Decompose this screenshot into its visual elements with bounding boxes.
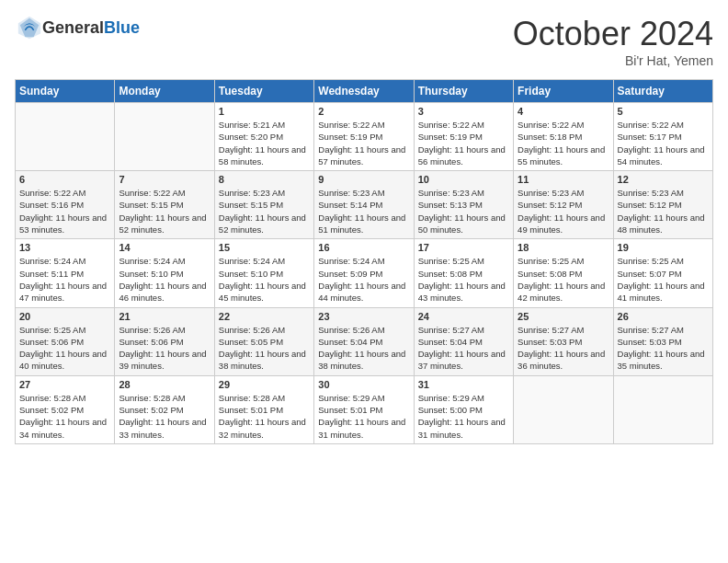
day-number: 24: [418, 311, 509, 322]
calendar-cell: 31Sunrise: 5:29 AMSunset: 5:00 PMDayligh…: [414, 375, 513, 443]
day-number: 19: [618, 242, 709, 253]
day-detail: Sunrise: 5:23 AMSunset: 5:14 PMDaylight:…: [318, 187, 409, 236]
day-detail: Sunrise: 5:24 AMSunset: 5:09 PMDaylight:…: [318, 255, 409, 304]
day-detail: Sunrise: 5:22 AMSunset: 5:17 PMDaylight:…: [618, 119, 709, 167]
day-detail: Sunrise: 5:27 AMSunset: 5:03 PMDaylight:…: [618, 324, 709, 373]
calendar-cell: [115, 103, 214, 171]
calendar-cell: 17Sunrise: 5:25 AMSunset: 5:08 PMDayligh…: [414, 239, 513, 307]
day-detail: Sunrise: 5:26 AMSunset: 5:05 PMDaylight:…: [219, 324, 310, 373]
day-detail: Sunrise: 5:27 AMSunset: 5:03 PMDaylight:…: [518, 324, 609, 373]
day-detail: Sunrise: 5:22 AMSunset: 5:16 PMDaylight:…: [19, 187, 110, 236]
day-number: 13: [19, 242, 110, 253]
calendar-week-row: 1Sunrise: 5:21 AMSunset: 5:20 PMDaylight…: [16, 103, 713, 171]
day-detail: Sunrise: 5:26 AMSunset: 5:04 PMDaylight:…: [318, 324, 409, 373]
day-of-week-header: Sunday: [16, 80, 115, 103]
day-detail: Sunrise: 5:23 AMSunset: 5:12 PMDaylight:…: [518, 187, 609, 236]
day-number: 7: [119, 174, 210, 185]
day-of-week-header: Tuesday: [214, 80, 313, 103]
day-number: 15: [219, 242, 310, 253]
calendar-cell: 27Sunrise: 5:28 AMSunset: 5:02 PMDayligh…: [16, 375, 115, 443]
day-of-week-header: Thursday: [414, 80, 513, 103]
calendar-cell: 7Sunrise: 5:22 AMSunset: 5:15 PMDaylight…: [115, 171, 214, 239]
day-of-week-header: Friday: [514, 80, 613, 103]
day-detail: Sunrise: 5:25 AMSunset: 5:08 PMDaylight:…: [418, 255, 509, 304]
calendar-cell: 24Sunrise: 5:27 AMSunset: 5:04 PMDayligh…: [414, 307, 513, 375]
calendar-cell: 30Sunrise: 5:29 AMSunset: 5:01 PMDayligh…: [314, 375, 414, 443]
calendar-cell: 29Sunrise: 5:28 AMSunset: 5:01 PMDayligh…: [214, 375, 313, 443]
calendar-cell: 15Sunrise: 5:24 AMSunset: 5:10 PMDayligh…: [214, 239, 313, 307]
month-title: October 2024: [513, 15, 713, 53]
calendar-cell: 3Sunrise: 5:22 AMSunset: 5:19 PMDaylight…: [414, 103, 513, 171]
day-number: 14: [119, 242, 210, 253]
day-number: 31: [418, 379, 509, 390]
day-detail: Sunrise: 5:28 AMSunset: 5:02 PMDaylight:…: [119, 392, 210, 441]
day-detail: Sunrise: 5:22 AMSunset: 5:19 PMDaylight:…: [418, 119, 509, 167]
day-number: 11: [518, 174, 609, 185]
calendar-cell: 26Sunrise: 5:27 AMSunset: 5:03 PMDayligh…: [613, 307, 712, 375]
calendar-week-row: 6Sunrise: 5:22 AMSunset: 5:16 PMDaylight…: [16, 171, 713, 239]
calendar-cell: [514, 375, 613, 443]
day-detail: Sunrise: 5:23 AMSunset: 5:15 PMDaylight:…: [219, 187, 310, 236]
calendar-cell: 23Sunrise: 5:26 AMSunset: 5:04 PMDayligh…: [314, 307, 414, 375]
day-number: 23: [318, 311, 409, 322]
day-detail: Sunrise: 5:23 AMSunset: 5:12 PMDaylight:…: [618, 187, 709, 236]
day-detail: Sunrise: 5:25 AMSunset: 5:07 PMDaylight:…: [618, 255, 709, 304]
calendar-cell: 14Sunrise: 5:24 AMSunset: 5:10 PMDayligh…: [115, 239, 214, 307]
calendar-cell: 12Sunrise: 5:23 AMSunset: 5:12 PMDayligh…: [613, 171, 712, 239]
page-header: GeneralBlue October 2024 Bi'r Hat, Yemen: [15, 15, 713, 68]
day-detail: Sunrise: 5:28 AMSunset: 5:01 PMDaylight:…: [219, 392, 310, 441]
day-number: 17: [418, 242, 509, 253]
calendar-cell: 5Sunrise: 5:22 AMSunset: 5:17 PMDaylight…: [613, 103, 712, 171]
day-number: 9: [318, 174, 409, 185]
calendar-cell: 1Sunrise: 5:21 AMSunset: 5:20 PMDaylight…: [214, 103, 313, 171]
day-number: 1: [219, 106, 310, 117]
calendar-cell: 19Sunrise: 5:25 AMSunset: 5:07 PMDayligh…: [613, 239, 712, 307]
day-number: 16: [318, 242, 409, 253]
day-number: 25: [518, 311, 609, 322]
day-detail: Sunrise: 5:26 AMSunset: 5:06 PMDaylight:…: [119, 324, 210, 373]
calendar-cell: 4Sunrise: 5:22 AMSunset: 5:18 PMDaylight…: [514, 103, 613, 171]
day-of-week-header: Wednesday: [314, 80, 414, 103]
day-number: 5: [618, 106, 709, 117]
calendar-week-row: 20Sunrise: 5:25 AMSunset: 5:06 PMDayligh…: [16, 307, 713, 375]
day-number: 4: [518, 106, 609, 117]
logo-general: General: [42, 18, 104, 37]
day-number: 26: [618, 311, 709, 322]
day-number: 3: [418, 106, 509, 117]
day-number: 27: [19, 379, 110, 390]
calendar-week-row: 27Sunrise: 5:28 AMSunset: 5:02 PMDayligh…: [16, 375, 713, 443]
calendar-cell: 28Sunrise: 5:28 AMSunset: 5:02 PMDayligh…: [115, 375, 214, 443]
day-number: 30: [318, 379, 409, 390]
day-number: 29: [219, 379, 310, 390]
location: Bi'r Hat, Yemen: [513, 53, 713, 68]
calendar-cell: 21Sunrise: 5:26 AMSunset: 5:06 PMDayligh…: [115, 307, 214, 375]
day-detail: Sunrise: 5:22 AMSunset: 5:15 PMDaylight:…: [119, 187, 210, 236]
day-detail: Sunrise: 5:24 AMSunset: 5:10 PMDaylight:…: [219, 255, 310, 304]
day-number: 6: [19, 174, 110, 185]
calendar-cell: 16Sunrise: 5:24 AMSunset: 5:09 PMDayligh…: [314, 239, 414, 307]
day-number: 10: [418, 174, 509, 185]
day-detail: Sunrise: 5:24 AMSunset: 5:10 PMDaylight:…: [119, 255, 210, 304]
calendar-cell: 22Sunrise: 5:26 AMSunset: 5:05 PMDayligh…: [214, 307, 313, 375]
title-block: October 2024 Bi'r Hat, Yemen: [513, 15, 713, 68]
calendar-cell: 6Sunrise: 5:22 AMSunset: 5:16 PMDaylight…: [16, 171, 115, 239]
day-of-week-header: Monday: [115, 80, 214, 103]
calendar-cell: 11Sunrise: 5:23 AMSunset: 5:12 PMDayligh…: [514, 171, 613, 239]
day-detail: Sunrise: 5:25 AMSunset: 5:06 PMDaylight:…: [19, 324, 110, 373]
day-detail: Sunrise: 5:29 AMSunset: 5:01 PMDaylight:…: [318, 392, 409, 441]
calendar-cell: 18Sunrise: 5:25 AMSunset: 5:08 PMDayligh…: [514, 239, 613, 307]
day-number: 12: [618, 174, 709, 185]
calendar-cell: 8Sunrise: 5:23 AMSunset: 5:15 PMDaylight…: [214, 171, 313, 239]
day-detail: Sunrise: 5:27 AMSunset: 5:04 PMDaylight:…: [418, 324, 509, 373]
day-detail: Sunrise: 5:29 AMSunset: 5:00 PMDaylight:…: [418, 392, 509, 441]
day-number: 21: [119, 311, 210, 322]
day-number: 20: [19, 311, 110, 322]
calendar-week-row: 13Sunrise: 5:24 AMSunset: 5:11 PMDayligh…: [16, 239, 713, 307]
day-detail: Sunrise: 5:24 AMSunset: 5:11 PMDaylight:…: [19, 255, 110, 304]
calendar-cell: 20Sunrise: 5:25 AMSunset: 5:06 PMDayligh…: [16, 307, 115, 375]
calendar-cell: [16, 103, 115, 171]
logo-icon: [17, 15, 42, 40]
calendar-cell: 2Sunrise: 5:22 AMSunset: 5:19 PMDaylight…: [314, 103, 414, 171]
calendar-table: SundayMondayTuesdayWednesdayThursdayFrid…: [15, 79, 713, 444]
day-number: 18: [518, 242, 609, 253]
